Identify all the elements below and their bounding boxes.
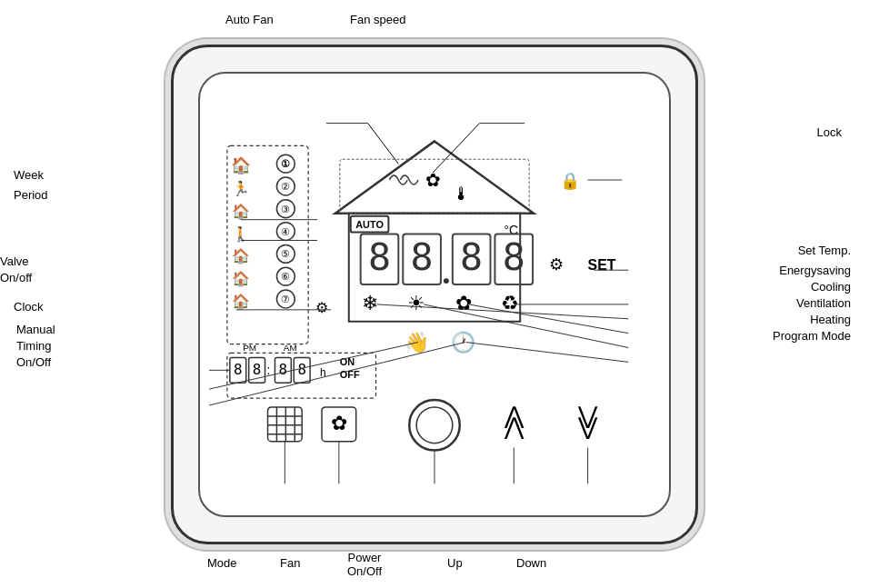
svg-point-74 <box>416 406 453 443</box>
svg-text:PM: PM <box>243 343 256 353</box>
svg-text:🏠: 🏠 <box>232 247 250 264</box>
svg-line-95 <box>466 342 629 362</box>
label-fan-speed: Fan speed <box>350 13 405 26</box>
svg-text:8: 8 <box>279 361 288 378</box>
label-energysaving: Energysaving <box>779 264 851 277</box>
page-container: Auto Fan Fan speed Lock Week Period Valv… <box>0 0 869 588</box>
svg-text:✿: ✿ <box>425 169 441 189</box>
label-cooling: Cooling <box>811 280 851 294</box>
svg-text:8: 8 <box>368 234 391 279</box>
svg-text:❄: ❄ <box>362 291 378 314</box>
label-mode: Mode <box>207 556 237 570</box>
svg-text:8: 8 <box>460 234 483 279</box>
svg-text:③: ③ <box>281 203 290 214</box>
svg-text:🏠: 🏠 <box>232 292 250 309</box>
svg-line-81 <box>433 123 480 173</box>
svg-text:🚶: 🚶 <box>232 224 250 242</box>
label-valve: Valve <box>0 254 29 268</box>
label-valve-onoff: On/off <box>0 271 32 284</box>
svg-line-79 <box>368 123 399 164</box>
label-week: Week <box>14 168 44 182</box>
svg-text:👋: 👋 <box>405 329 430 354</box>
label-auto-fan: Auto Fan <box>225 13 274 26</box>
svg-text:✿: ✿ <box>331 411 347 434</box>
svg-text:⋀: ⋀ <box>504 402 524 427</box>
svg-text:✿: ✿ <box>455 291 472 314</box>
svg-text:⑦: ⑦ <box>281 293 290 304</box>
svg-rect-0 <box>227 145 308 344</box>
svg-text:8: 8 <box>253 361 262 378</box>
label-period: Period <box>14 188 48 202</box>
svg-text:AUTO: AUTO <box>355 218 384 229</box>
label-heating: Heating <box>810 313 851 326</box>
label-ventilation: Ventilation <box>796 296 851 310</box>
svg-text:🏠: 🏠 <box>232 202 250 219</box>
svg-text:8: 8 <box>234 361 243 378</box>
svg-text:🕐: 🕐 <box>451 329 476 354</box>
svg-text:⑤: ⑤ <box>281 248 290 259</box>
device-outer: 🏠 ① 🏃 ② 🏠 ③ 🚶 ④ 🏠 ⑤ <box>171 45 698 544</box>
svg-text:⚙: ⚙ <box>315 299 328 314</box>
svg-text:8: 8 <box>297 361 306 378</box>
svg-text:🏃: 🏃 <box>232 179 250 196</box>
svg-text:🌡: 🌡 <box>453 183 471 203</box>
svg-text:②: ② <box>281 180 290 191</box>
label-timing-onoff: On/Off <box>16 355 51 369</box>
label-down: Down <box>516 556 546 570</box>
svg-text:AM: AM <box>284 343 297 353</box>
svg-text:🏠: 🏠 <box>231 155 252 175</box>
label-fan: Fan <box>280 556 300 570</box>
svg-text:8: 8 <box>411 234 434 279</box>
svg-text:8: 8 <box>503 234 525 279</box>
label-lock: Lock <box>817 125 842 139</box>
svg-text:⑥: ⑥ <box>281 271 290 282</box>
device-inner: 🏠 ① 🏃 ② 🏠 ③ 🚶 ④ 🏠 ⑤ <box>198 72 671 517</box>
label-set-temp: Set Temp. <box>798 244 851 257</box>
svg-text:⋁: ⋁ <box>577 413 598 438</box>
label-clock: Clock <box>14 300 44 314</box>
label-manual: Manual <box>16 323 55 336</box>
svg-text:①: ① <box>281 158 290 169</box>
svg-text:☀: ☀ <box>407 291 425 314</box>
svg-text:④: ④ <box>281 225 290 236</box>
label-up: Up <box>447 556 463 570</box>
svg-text:🏠: 🏠 <box>232 270 250 287</box>
label-program-mode: Program Mode <box>773 329 851 343</box>
svg-point-51 <box>444 278 449 284</box>
device-display-svg: 🏠 ① 🏃 ② 🏠 ③ 🚶 ④ 🏠 ⑤ <box>200 74 669 515</box>
label-timing: Timing <box>16 339 52 353</box>
svg-rect-64 <box>268 406 303 441</box>
svg-text:🔒: 🔒 <box>560 170 581 190</box>
svg-text:⚙: ⚙ <box>549 255 564 274</box>
label-power: PowerOn/Off <box>347 551 382 579</box>
